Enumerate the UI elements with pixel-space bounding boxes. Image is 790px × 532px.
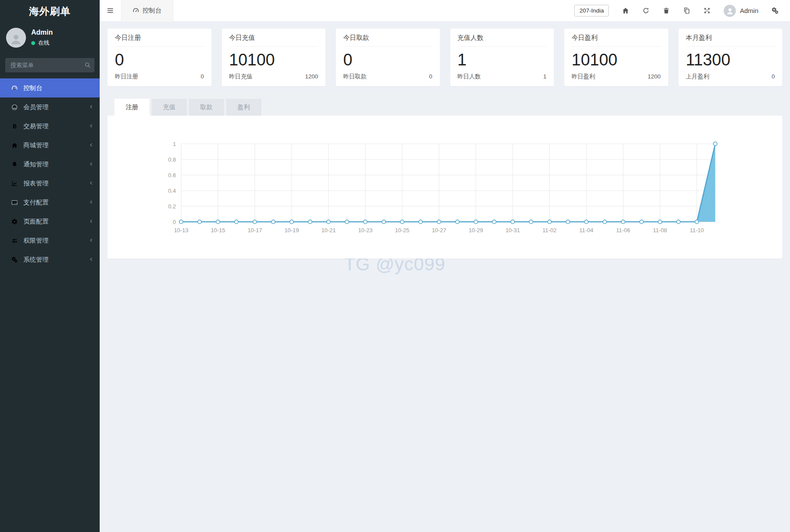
svg-text:1: 1 bbox=[173, 140, 176, 147]
person-icon bbox=[726, 7, 734, 15]
user-avatar bbox=[6, 28, 26, 48]
sidebar-item-notifications[interactable]: 通知管理 bbox=[0, 155, 100, 174]
home-icon bbox=[10, 142, 19, 149]
gauge-icon bbox=[133, 7, 139, 14]
svg-text:0.4: 0.4 bbox=[168, 187, 176, 194]
sidebar-item-page-config[interactable]: 页面配置 bbox=[0, 212, 100, 231]
user-circle-icon bbox=[10, 104, 19, 110]
stat-footer-value: 1200 bbox=[647, 73, 660, 80]
username-label: Admin bbox=[740, 7, 758, 14]
stat-footer-label: 昨日充值 bbox=[229, 73, 253, 81]
tab-profit[interactable]: 盈利 bbox=[226, 99, 261, 116]
bitcoin-icon bbox=[10, 123, 19, 130]
copy-icon bbox=[683, 7, 690, 14]
home-icon bbox=[622, 7, 629, 14]
menu-icon bbox=[107, 7, 114, 14]
svg-text:10-21: 10-21 bbox=[321, 227, 335, 234]
sidebar-item-label: 报表管理 bbox=[23, 179, 49, 188]
svg-text:10-27: 10-27 bbox=[432, 227, 446, 234]
sidebar-item-system[interactable]: 系统管理 bbox=[0, 250, 100, 269]
svg-text:0.2: 0.2 bbox=[168, 203, 176, 209]
stat-title: 今日注册 bbox=[115, 34, 204, 47]
chevron-left-icon bbox=[89, 180, 94, 187]
tab-recharge[interactable]: 充值 bbox=[152, 99, 187, 116]
user-name: Admin bbox=[31, 29, 53, 36]
area-chart-svg: 00.20.40.60.8110-1310-1510-1710-1910-211… bbox=[133, 137, 733, 241]
chevron-left-icon bbox=[89, 218, 94, 225]
search-input[interactable] bbox=[5, 58, 94, 72]
stat-card-withdraw-today: 今日取款 0 昨日取款 0 bbox=[336, 29, 440, 86]
sidebar-toggle-button[interactable] bbox=[100, 0, 121, 22]
fullscreen-icon bbox=[703, 7, 711, 14]
chevron-left-icon bbox=[89, 161, 94, 168]
stat-footer-value: 0 bbox=[429, 73, 432, 80]
stat-card-recharge-today: 今日充值 10100 昨日充值 1200 bbox=[222, 29, 326, 86]
stat-footer-label: 上月盈利 bbox=[686, 73, 709, 81]
registrations-chart: 00.20.40.60.8110-1310-1510-1710-1910-211… bbox=[107, 116, 782, 243]
tab-register[interactable]: 注册 bbox=[114, 99, 150, 116]
cogs-icon bbox=[771, 7, 779, 14]
sidebar-item-permissions[interactable]: 权限管理 bbox=[0, 231, 100, 250]
stat-value: 11300 bbox=[686, 51, 775, 70]
region-button[interactable]: 207-India bbox=[574, 5, 609, 16]
sidebar-item-reports[interactable]: 报表管理 bbox=[0, 174, 100, 193]
nav-tab-dashboard[interactable]: 控制台 bbox=[121, 0, 173, 22]
svg-text:10-19: 10-19 bbox=[284, 227, 299, 234]
trash-icon bbox=[663, 7, 670, 14]
home-button[interactable] bbox=[622, 7, 629, 14]
chevron-left-icon bbox=[89, 199, 94, 206]
search-button[interactable] bbox=[84, 62, 91, 68]
users-icon bbox=[10, 237, 19, 244]
chevron-left-icon bbox=[89, 256, 94, 263]
stat-title: 充值人数 bbox=[458, 34, 547, 47]
sidebar-item-dashboard[interactable]: 控制台 bbox=[0, 78, 100, 97]
stat-card-profit-today: 今日盈利 10100 昨日盈利 1200 bbox=[564, 29, 668, 86]
svg-text:11-08: 11-08 bbox=[653, 227, 667, 234]
gauge-icon bbox=[10, 85, 19, 91]
stat-title: 本月盈利 bbox=[686, 34, 775, 47]
sidebar-item-label: 会员管理 bbox=[23, 103, 49, 111]
stat-footer-label: 昨日注册 bbox=[115, 73, 138, 81]
sidebar-search bbox=[5, 58, 94, 72]
fullscreen-button[interactable] bbox=[703, 7, 711, 14]
sidebar-item-label: 交易管理 bbox=[23, 122, 49, 130]
user-menu[interactable]: Admin bbox=[724, 5, 758, 17]
nav-tab-label: 控制台 bbox=[143, 6, 162, 15]
refresh-button[interactable] bbox=[642, 7, 650, 14]
gear-icon bbox=[10, 218, 19, 225]
top-navbar: 控制台 207-India Admin bbox=[100, 0, 790, 22]
sidebar-item-label: 控制台 bbox=[23, 84, 42, 92]
stat-value: 10100 bbox=[229, 51, 319, 70]
chart-line-icon bbox=[10, 180, 19, 187]
sidebar-item-label: 支付配置 bbox=[23, 198, 49, 207]
settings-button[interactable] bbox=[771, 7, 779, 14]
trash-button[interactable] bbox=[663, 7, 670, 14]
svg-text:10-29: 10-29 bbox=[468, 227, 483, 234]
sidebar-item-transactions[interactable]: 交易管理 bbox=[0, 117, 100, 136]
user-status-label: 在线 bbox=[38, 39, 49, 47]
stat-footer-value: 1200 bbox=[305, 73, 318, 80]
sidebar-item-payment-config[interactable]: 支付配置 bbox=[0, 193, 100, 212]
copy-button[interactable] bbox=[683, 7, 690, 14]
svg-text:10-17: 10-17 bbox=[247, 227, 262, 234]
sidebar: 海外刷单 Admin 在线 控制台 会员管理 交易 bbox=[0, 0, 100, 532]
user-status: 在线 bbox=[31, 39, 53, 47]
stat-value: 0 bbox=[343, 51, 432, 70]
stat-cards: 今日注册 0 昨日注册 0 今日充值 10100 昨日充值 1200 今日取款 … bbox=[100, 22, 790, 86]
svg-text:10-23: 10-23 bbox=[358, 227, 372, 234]
sidebar-item-mall[interactable]: 商城管理 bbox=[0, 136, 100, 155]
sidebar-item-label: 通知管理 bbox=[23, 160, 49, 169]
chevron-left-icon bbox=[89, 237, 94, 244]
sidebar-item-label: 系统管理 bbox=[23, 256, 49, 264]
svg-text:10-13: 10-13 bbox=[174, 227, 188, 234]
chevron-left-icon bbox=[89, 104, 94, 110]
tab-withdraw[interactable]: 取款 bbox=[189, 99, 224, 116]
bell-icon bbox=[10, 161, 19, 168]
svg-text:10-31: 10-31 bbox=[505, 227, 520, 234]
credit-card-icon bbox=[10, 199, 19, 206]
stat-value: 10100 bbox=[572, 51, 661, 70]
svg-text:10-15: 10-15 bbox=[211, 227, 225, 234]
sidebar-item-members[interactable]: 会员管理 bbox=[0, 97, 100, 117]
sidebar-item-label: 商城管理 bbox=[23, 141, 49, 149]
stat-value: 0 bbox=[115, 51, 204, 70]
